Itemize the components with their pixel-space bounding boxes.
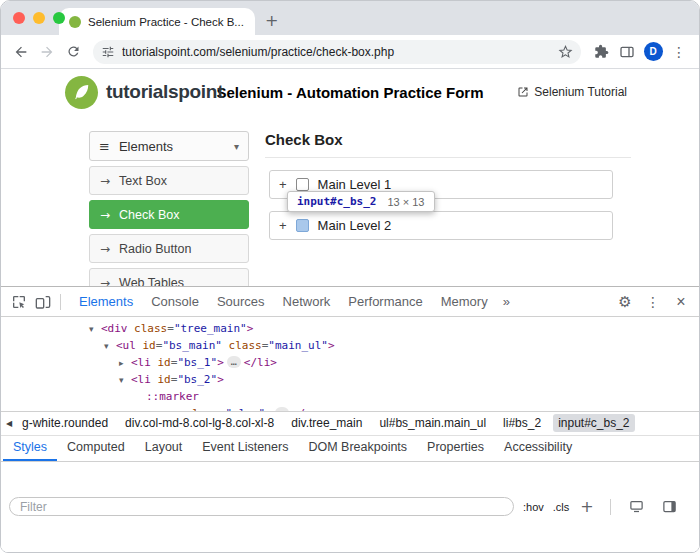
header-link-label: Selenium Tutorial [534,85,627,99]
extensions-puzzle-icon [594,44,609,59]
site-info-icon[interactable] [101,45,115,59]
devtools-tab-console[interactable]: Console [142,287,208,316]
breadcrumb-item-ul-bs-main-main-ul[interactable]: ul#bs_main.main_ul [374,414,491,432]
elements-dropdown[interactable]: ≡ Elements ▾ [89,131,249,161]
twisty-right-icon[interactable]: ▸ [134,406,146,411]
panel-tab-styles[interactable]: Styles [3,436,57,461]
styles-filter-input[interactable] [9,497,514,516]
url-text[interactable]: tutorialspoint.com/selenium/practice/che… [122,45,551,59]
syntax-token: id [136,339,156,352]
breadcrumb-bar-items: g-white.roundeddiv.col-md-8.col-lg-8.col… [17,414,642,432]
devtools-tab-memory[interactable]: Memory [432,287,497,316]
window-controls [13,12,65,24]
syntax-token: "plus" [226,407,266,411]
expand-plus-icon[interactable]: + [279,177,287,192]
syntax-token: <ul [116,339,136,352]
breadcrumb-item-g-white-rounded[interactable]: g-white.rounded [17,414,113,432]
sidebar-item-check-box[interactable]: →Check Box [89,200,249,229]
twisty-down-icon[interactable]: ▾ [104,338,116,355]
close-devtools-button[interactable]: × [669,290,693,314]
dom-tree-row[interactable]: ▾<div class="tree_main"> [1,320,699,337]
logo-leaf-icon [65,76,98,109]
breadcrumb-item-div-tree-main[interactable]: div.tree_main [286,414,367,432]
dom-tree-row[interactable]: ▸<li id="bs_1">…</li> [1,354,699,371]
checkbox[interactable] [296,178,309,191]
twisty-down-icon[interactable]: ▾ [119,372,131,389]
breadcrumb-item-li-bs-2[interactable]: li#bs_2 [498,414,546,432]
collapsed-content-ellipsis[interactable]: … [275,407,289,411]
bookmark-star-icon[interactable] [558,44,573,59]
devtools-tab-network[interactable]: Network [274,287,340,316]
forward-button[interactable] [35,40,59,64]
more-options-icon[interactable]: ⋮ [641,290,665,314]
page-body: ≡ Elements ▾ →Text Box→Check Box→Radio B… [1,115,699,286]
tab-favicon-icon [69,16,81,28]
device-toolbar-button[interactable] [31,290,55,314]
dom-tree-row[interactable]: ▸<span class="plus">…</span> [1,405,699,411]
devtools-tab-sources[interactable]: Sources [208,287,274,316]
side-panel-button[interactable] [615,40,639,64]
checkbox[interactable] [296,219,309,232]
settings-gear-icon[interactable]: ⚙ [613,290,637,314]
toggle-sidebar-button[interactable] [658,495,682,519]
sidebar-item-label: Text Box [119,174,167,188]
panel-tab-event-listeners[interactable]: Event Listeners [192,436,298,461]
rendering-emulation-button[interactable] [625,495,649,519]
extensions-button[interactable] [589,40,613,64]
twisty-right-icon[interactable]: ▸ [119,355,131,372]
panel-tab-layout[interactable]: Layout [135,436,193,461]
reload-button[interactable] [61,40,85,64]
dom-tree-row[interactable]: ▾<li id="bs_2"> [1,371,699,388]
panel-tab-computed[interactable]: Computed [57,436,135,461]
minimize-window-button[interactable] [33,12,45,24]
zoom-window-button[interactable] [53,12,65,24]
expand-plus-icon[interactable]: + [279,218,287,233]
element-classes-button[interactable]: .cls [553,501,570,513]
sidebar-item-radio-button[interactable]: →Radio Button [89,234,249,263]
panel-tab-dom-breakpoints[interactable]: DOM Breakpoints [298,436,417,461]
syntax-token: id [151,356,171,369]
dom-tree-row[interactable]: ▾<ul id="bs_main" class="main_ul"> [1,337,699,354]
styles-filter-bar: :hov .cls + [1,462,699,553]
syntax-token: > [328,339,335,352]
inspect-cursor-icon [11,294,27,310]
devtools-tab-performance[interactable]: Performance [339,287,431,316]
breadcrumb: ◀ g-white.roundeddiv.col-md-8.col-lg-8.c… [1,411,699,435]
inspect-element-button[interactable] [7,290,31,314]
breadcrumb-item-div-col-md-8-col-lg-8-col-xl-8[interactable]: div.col-md-8.col-lg-8.col-xl-8 [120,414,279,432]
more-tabs-button[interactable]: » [497,294,516,309]
profile-button[interactable]: D [641,40,665,64]
toggle-element-state-button[interactable]: :hov [523,501,544,513]
dom-tree-row[interactable]: ::marker [1,388,699,405]
external-link-icon [517,86,529,98]
sidebar-item-web-tables[interactable]: →Web Tables [89,268,249,286]
selenium-tutorial-link[interactable]: Selenium Tutorial [517,85,627,99]
panel-tab-accessibility[interactable]: Accessibility [494,436,582,461]
syntax-token: class [128,322,168,335]
tree-item-label: Main Level 2 [318,218,392,233]
toolbar-divider [60,294,61,310]
panel-tab-properties[interactable]: Properties [417,436,494,461]
sidebar-item-text-box[interactable]: →Text Box [89,166,249,195]
collapsed-content-ellipsis[interactable]: … [227,356,241,368]
syntax-token: ::marker [146,390,199,403]
main-content: Check Box +Main Level 1+Main Level 2 inp… [265,131,631,286]
device-toolbar-icon [35,294,51,310]
twisty-down-icon[interactable]: ▾ [89,321,101,338]
address-bar[interactable]: tutorialspoint.com/selenium/practice/che… [93,40,581,64]
back-button[interactable] [9,40,33,64]
devtools-tabs: ElementsConsoleSourcesNetworkPerformance… [70,287,497,316]
syntax-token: > [217,356,224,369]
browser-tab[interactable]: Selenium Practice - Check B... [59,8,255,35]
tree-item-main-level-2[interactable]: +Main Level 2 [269,211,613,240]
breadcrumb-scroll-left-icon[interactable]: ◀ [1,412,17,435]
breadcrumb-item-input-c-bs-2[interactable]: input#c_bs_2 [553,414,634,432]
new-style-rule-button[interactable]: + [580,497,593,516]
browser-menu-icon[interactable]: ⋮ [667,40,691,64]
browser-toolbar: tutorialspoint.com/selenium/practice/che… [1,35,699,69]
new-tab-button[interactable]: + [265,13,278,29]
profile-avatar[interactable]: D [644,42,663,61]
close-window-button[interactable] [13,12,25,24]
devtools-tab-elements[interactable]: Elements [70,287,142,316]
tutorialspoint-logo[interactable]: tutorialspoint [65,76,223,109]
